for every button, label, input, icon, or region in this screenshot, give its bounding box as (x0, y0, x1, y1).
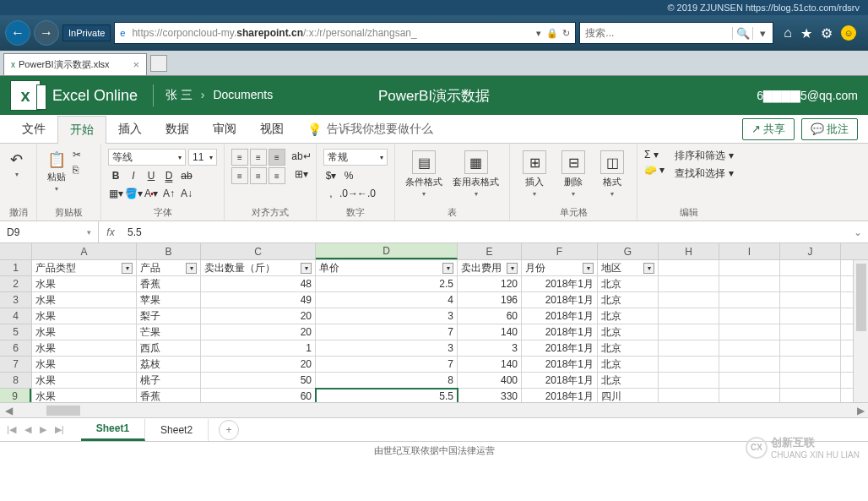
cell[interactable] (780, 260, 841, 275)
cell[interactable]: 月份▾ (522, 260, 598, 275)
cell[interactable]: 北京 (598, 357, 659, 372)
tab-data[interactable]: 数据 (154, 115, 201, 143)
cell[interactable] (719, 324, 780, 340)
col-header-B[interactable]: B (137, 243, 201, 259)
name-box[interactable]: D9▾ (0, 221, 99, 242)
sheet-nav-first[interactable]: |◀ (7, 424, 16, 435)
user-account[interactable]: 6▇▇▇▇5@qq.com (757, 89, 858, 102)
cell[interactable]: 北京 (598, 276, 659, 291)
cell[interactable]: 2018年1月 (522, 308, 598, 324)
filter-dropdown-icon[interactable]: ▾ (122, 263, 133, 274)
breadcrumb-user[interactable]: 张 三 (165, 88, 193, 101)
cell[interactable]: 330 (458, 389, 522, 402)
merge-button[interactable]: ⊞▾ (294, 166, 309, 182)
sheet-nav-prev[interactable]: ◀ (24, 424, 31, 435)
cell[interactable] (780, 357, 841, 372)
share-button[interactable]: ↗共享 (742, 118, 795, 140)
cell[interactable]: 5.5 (316, 389, 458, 402)
cell[interactable]: 2018年1月 (522, 389, 598, 402)
cell[interactable]: 水果 (32, 324, 137, 340)
cell[interactable]: 卖出费用▾ (458, 260, 522, 275)
row-header[interactable]: 3 (0, 292, 31, 308)
cell[interactable]: 2018年1月 (522, 340, 598, 356)
align-left[interactable]: ≡ (231, 167, 248, 184)
cell[interactable]: 香蕉 (137, 389, 201, 402)
cell[interactable] (780, 292, 841, 308)
cell[interactable]: 荔枝 (137, 357, 201, 372)
paste-button[interactable]: 📋粘贴▾ (44, 149, 69, 194)
cell[interactable]: 四川 (598, 389, 659, 402)
cell[interactable]: 香蕉 (137, 276, 201, 291)
cell[interactable]: 桃子 (137, 373, 201, 388)
undo-button[interactable]: ↶▾ (7, 149, 26, 180)
dropdown-icon[interactable]: ▾ (533, 28, 545, 39)
cell[interactable] (780, 373, 841, 388)
cell[interactable]: 西瓜 (137, 340, 201, 356)
cell[interactable] (659, 324, 719, 340)
cell[interactable]: 140 (458, 324, 522, 340)
filter-dropdown-icon[interactable]: ▾ (583, 263, 594, 274)
cell[interactable] (659, 308, 719, 324)
align-top-right[interactable]: ≡ (269, 149, 285, 166)
align-top-left[interactable]: ≡ (231, 149, 248, 166)
border-button[interactable]: ▦▾ (108, 186, 123, 201)
cell[interactable] (719, 389, 780, 402)
align-top-center[interactable]: ≡ (250, 149, 267, 166)
row-header[interactable]: 8 (0, 373, 31, 389)
cell[interactable] (780, 340, 841, 356)
font-name-select[interactable]: 等线▾ (108, 149, 186, 166)
format-cells-button[interactable]: ◫格式▾ (594, 149, 630, 199)
cell[interactable]: 60 (458, 308, 522, 324)
number-format-select[interactable]: 常规▾ (323, 149, 388, 166)
cell[interactable] (659, 373, 719, 388)
cell[interactable] (780, 276, 841, 291)
cell[interactable]: 水果 (32, 357, 137, 372)
delete-cells-button[interactable]: ⊟删除▾ (556, 149, 591, 199)
find-select-button[interactable]: 查找和选择 ▾ (675, 166, 733, 181)
cell[interactable]: 水果 (32, 373, 137, 388)
comma-button[interactable]: , (323, 186, 339, 201)
font-color-button[interactable]: A▾ (144, 186, 159, 201)
cell[interactable] (659, 389, 719, 402)
lock-icon[interactable]: 🔒 (546, 28, 558, 39)
conditional-format-button[interactable]: ▤条件格式▾ (402, 149, 446, 199)
cell[interactable]: 48 (201, 276, 316, 291)
cell[interactable]: 苹果 (137, 292, 201, 308)
cell[interactable]: 2018年1月 (522, 373, 598, 388)
refresh-icon[interactable]: ↻ (560, 28, 572, 39)
cell[interactable] (659, 340, 719, 356)
cell[interactable] (659, 260, 719, 275)
forward-button[interactable]: → (34, 20, 59, 46)
cell[interactable]: 单价▾ (316, 260, 458, 275)
cell[interactable]: 8 (316, 373, 458, 388)
cell[interactable]: 7 (316, 324, 458, 340)
tab-file[interactable]: 文件 (10, 115, 57, 143)
cell[interactable]: 水果 (32, 389, 137, 402)
col-header-G[interactable]: G (598, 243, 659, 259)
sort-filter-button[interactable]: 排序和筛选 ▾ (675, 149, 733, 163)
cell[interactable] (780, 308, 841, 324)
double-underline-button[interactable]: D (161, 168, 176, 183)
cell[interactable]: 北京 (598, 292, 659, 308)
row-header[interactable]: 7 (0, 357, 31, 373)
tab-home[interactable]: 开始 (57, 116, 106, 144)
address-bar[interactable]: e https://corponcloud-my.sharepoint.cn/:… (114, 22, 576, 44)
back-button[interactable]: ← (5, 20, 30, 46)
cell[interactable]: 4 (316, 292, 458, 308)
excel-logo-icon[interactable]: x (10, 80, 41, 111)
breadcrumb[interactable]: 张 三 › Documents (165, 88, 273, 103)
decrease-decimal-button[interactable]: ←.0 (359, 186, 374, 201)
cell[interactable]: 20 (201, 308, 316, 324)
cell[interactable]: 50 (201, 373, 316, 388)
filter-dropdown-icon[interactable]: ▾ (186, 263, 197, 274)
filter-dropdown-icon[interactable]: ▾ (643, 263, 654, 274)
col-header-H[interactable]: H (659, 243, 719, 259)
underline-button[interactable]: U (144, 168, 159, 183)
row-header[interactable]: 6 (0, 340, 31, 357)
col-header-J[interactable]: J (780, 243, 841, 259)
col-header-I[interactable]: I (719, 243, 780, 259)
close-tab-icon[interactable]: × (133, 58, 139, 71)
cell[interactable]: 芒果 (137, 324, 201, 340)
search-icon[interactable]: 🔍 (732, 27, 752, 40)
align-center[interactable]: ≡ (250, 167, 267, 184)
